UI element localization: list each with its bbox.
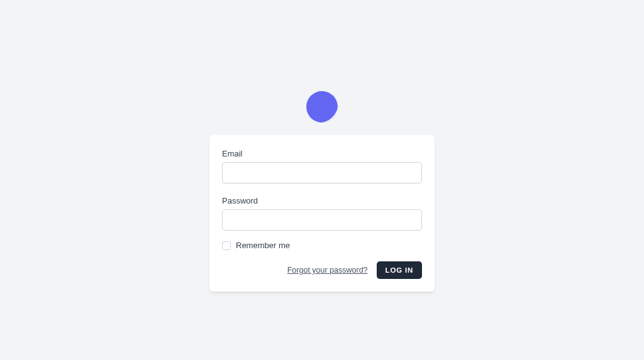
login-card: Email Password Remember me Forgot your p… <box>209 135 435 292</box>
brand-logo <box>306 91 338 123</box>
password-label: Password <box>222 196 422 205</box>
email-input[interactable] <box>222 162 422 183</box>
remember-label: Remember me <box>236 241 290 250</box>
password-input[interactable] <box>222 209 422 231</box>
remember-checkbox[interactable] <box>222 241 231 250</box>
forgot-password-link[interactable]: Forgot your password? <box>287 266 368 275</box>
email-label: Email <box>222 149 422 158</box>
login-button[interactable]: LOG IN <box>377 261 422 279</box>
